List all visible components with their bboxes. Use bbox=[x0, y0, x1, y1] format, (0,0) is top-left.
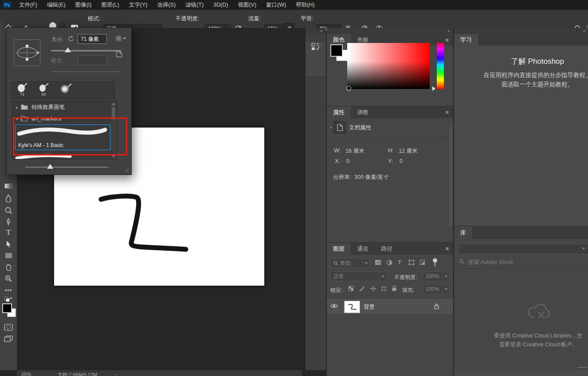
edit-toolbar-ellipsis-icon[interactable]: ••• bbox=[4, 286, 13, 295]
status-flyout-arrow-icon[interactable]: › bbox=[115, 372, 117, 376]
filter-shape-layers-icon[interactable] bbox=[408, 260, 415, 265]
recent-brush-soft[interactable] bbox=[54, 82, 75, 99]
properties-scrollbar[interactable] bbox=[449, 126, 452, 226]
preview-size-slider-thumb[interactable] bbox=[47, 164, 53, 169]
type-tool-icon[interactable]: T bbox=[4, 228, 13, 237]
layer-filter-dropdown[interactable]: 类型 bbox=[330, 258, 370, 268]
layers-panel-menu-icon[interactable]: ≡ bbox=[445, 243, 453, 255]
layer-lock-badge-icon bbox=[434, 303, 439, 309]
filter-smart-objects-icon[interactable] bbox=[419, 260, 425, 265]
zoom-level[interactable]: 25% bbox=[21, 372, 31, 376]
layer-filter-toggle[interactable] bbox=[432, 258, 437, 267]
brush-angle-widget[interactable] bbox=[14, 39, 40, 66]
properties-panel-menu-icon[interactable]: ≡ bbox=[445, 106, 453, 118]
layer-opacity-label: 不透明度: bbox=[394, 274, 417, 281]
foreground-background-swatches[interactable] bbox=[2, 303, 16, 318]
swap-colors-icon[interactable] bbox=[4, 295, 13, 304]
collapsed-history-panel[interactable] bbox=[306, 42, 326, 77]
layer-row-background[interactable]: 背景 bbox=[327, 298, 453, 314]
history-panel-icon[interactable] bbox=[310, 42, 321, 54]
blend-mode-dropdown[interactable]: 正常 bbox=[330, 271, 387, 281]
layer-opacity-input[interactable]: 100% bbox=[423, 271, 450, 281]
quick-mask-icon[interactable] bbox=[4, 323, 13, 332]
library-search-icon bbox=[459, 259, 465, 264]
tab-layers[interactable]: 图层 bbox=[327, 243, 351, 255]
pen-tool-icon[interactable] bbox=[4, 217, 13, 226]
create-new-brush-icon[interactable] bbox=[116, 51, 122, 58]
tab-libraries[interactable]: 库 bbox=[454, 226, 472, 239]
blur-tool-icon[interactable] bbox=[4, 194, 13, 203]
hue-slider-arrow[interactable] bbox=[432, 86, 435, 91]
tab-adjustments[interactable]: 调整 bbox=[351, 106, 375, 118]
learn-column-arrows[interactable]: » bbox=[454, 28, 588, 34]
tab-channels[interactable]: 通道 bbox=[351, 243, 375, 255]
brush-size-slider[interactable] bbox=[51, 50, 121, 51]
menu-image[interactable]: 图像(I) bbox=[71, 0, 97, 10]
libraries-message-line2: 需要登录 Creative Cloud 帐户。 bbox=[463, 340, 588, 349]
menu-type[interactable]: 文字(Y) bbox=[124, 0, 153, 10]
doc-props-chevron-icon[interactable]: ⌄ bbox=[329, 124, 333, 129]
color-panel-menu-icon[interactable]: ≡ bbox=[445, 34, 453, 46]
menu-window[interactable]: 窗口(W) bbox=[261, 0, 291, 10]
flow-label: 流量: bbox=[248, 10, 261, 28]
zoom-tool-icon[interactable] bbox=[4, 274, 13, 283]
gradient-tool-icon[interactable] bbox=[4, 182, 13, 190]
screen-mode-icon[interactable] bbox=[4, 334, 13, 343]
dodge-tool-icon[interactable] bbox=[4, 206, 13, 215]
color-panel: 颜色 色板 ≡ bbox=[327, 34, 453, 106]
menu-view[interactable]: 视图(V) bbox=[233, 0, 261, 10]
lock-transparent-pixels-icon[interactable] bbox=[348, 286, 354, 291]
y-value[interactable]: 0 bbox=[400, 158, 403, 164]
menu-filter[interactable]: 滤镜(T) bbox=[180, 0, 208, 10]
recent-brush-71[interactable]: 71 bbox=[12, 82, 33, 99]
group-collapsed-chevron-icon[interactable]: ▸ bbox=[16, 105, 18, 110]
color-foreground-swatch[interactable] bbox=[330, 44, 343, 57]
brush-size-slider-thumb[interactable] bbox=[65, 47, 71, 52]
height-value[interactable]: 12 厘米 bbox=[399, 147, 417, 155]
hue-slider[interactable] bbox=[437, 43, 444, 89]
menu-3d[interactable]: 3D(D) bbox=[208, 0, 233, 10]
menu-help[interactable]: 帮助(H) bbox=[291, 0, 319, 10]
lock-artboard-icon[interactable] bbox=[381, 286, 387, 291]
brush-group-special-effects[interactable]: ▸ 特殊效果画笔 bbox=[12, 101, 117, 113]
tab-properties[interactable]: 属性 bbox=[327, 106, 351, 118]
popup-resize-grip[interactable] bbox=[124, 167, 129, 173]
library-select-dropdown[interactable] bbox=[458, 244, 588, 254]
middle-panel-column: » 颜色 色板 ≡ 属性 调整 ≡ bbox=[327, 28, 453, 376]
library-search-placeholder[interactable]: 搜索 Adobe Stock bbox=[467, 258, 513, 266]
menu-edit[interactable]: 编辑(E) bbox=[42, 0, 71, 10]
filter-pixel-layers-icon[interactable] bbox=[375, 260, 381, 265]
collapse-strip-arrows[interactable]: « bbox=[306, 28, 326, 34]
filter-type-layers-icon[interactable]: T bbox=[398, 259, 401, 266]
path-selection-tool-icon[interactable] bbox=[4, 240, 13, 248]
tab-paths[interactable]: 路径 bbox=[375, 243, 399, 255]
color-picker-marker[interactable] bbox=[346, 86, 351, 91]
rectangle-tool-icon[interactable] bbox=[4, 251, 13, 260]
color-saturation-field[interactable] bbox=[347, 43, 430, 89]
lock-position-icon[interactable] bbox=[370, 286, 376, 291]
fill-input[interactable]: 100% bbox=[423, 284, 450, 294]
filter-adjustment-layers-icon[interactable] bbox=[386, 260, 392, 266]
x-value[interactable]: 0 bbox=[346, 158, 349, 164]
brush-popup-gear-icon[interactable] bbox=[115, 35, 126, 42]
scroll-up-icon[interactable]: ▲ bbox=[111, 102, 116, 106]
layer-visibility-eye-icon[interactable] bbox=[330, 303, 338, 309]
expand-column-arrows[interactable]: » bbox=[327, 28, 453, 34]
menu-select[interactable]: 选择(S) bbox=[152, 0, 180, 10]
libraries-panel: 库 搜索 Adobe Stock 要使用 Crea bbox=[454, 226, 588, 370]
menu-layer[interactable]: 图层(L) bbox=[96, 0, 124, 10]
layer-name[interactable]: 背景 bbox=[364, 303, 375, 311]
menu-file[interactable]: 文件(F) bbox=[14, 0, 42, 10]
libraries-bottom-bar-partial: —— bbox=[577, 364, 587, 369]
reset-size-icon[interactable] bbox=[68, 35, 74, 42]
width-value[interactable]: 16 厘米 bbox=[345, 147, 364, 155]
hand-tool-icon[interactable] bbox=[4, 263, 13, 271]
tab-learn[interactable]: 学习 bbox=[454, 34, 478, 46]
layer-thumbnail[interactable] bbox=[344, 301, 360, 313]
preview-size-slider[interactable] bbox=[25, 167, 109, 168]
recent-brush-40[interactable]: 40 bbox=[33, 82, 54, 99]
foreground-color-swatch[interactable] bbox=[2, 303, 12, 313]
brush-size-input[interactable]: 71 像素 bbox=[78, 34, 107, 44]
lock-image-pixels-icon[interactable] bbox=[359, 286, 365, 291]
lock-all-icon[interactable] bbox=[392, 285, 397, 291]
